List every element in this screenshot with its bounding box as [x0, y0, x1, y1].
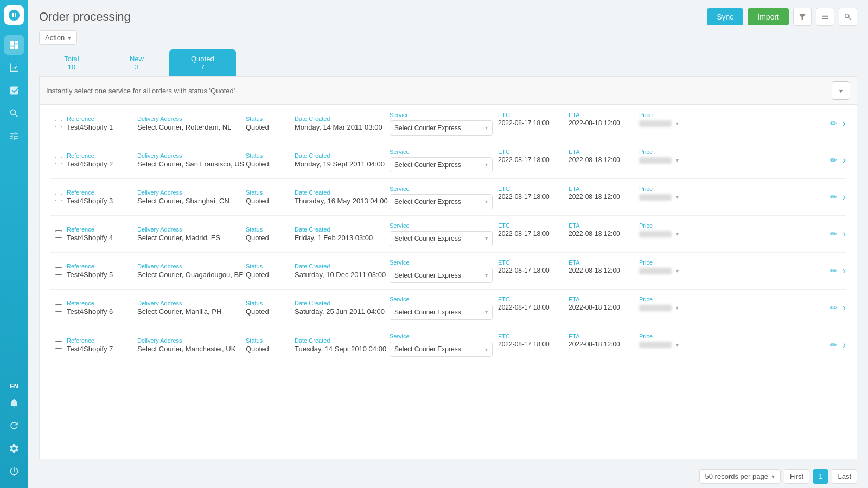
sidebar-power-icon[interactable]: [4, 461, 24, 481]
row-checkbox-5[interactable]: [55, 267, 62, 275]
detail-chevron-icon-6[interactable]: ›: [843, 302, 846, 313]
edit-icon-3[interactable]: ✏: [830, 192, 837, 202]
eta-col: ETA 2022-08-18 12:00: [563, 333, 634, 357]
date-col-3: Date Created Thursday, 16 May 2013 04:00: [295, 189, 390, 205]
tab-quoted-label: Quoted: [191, 55, 214, 63]
row-checkbox-4[interactable]: [55, 230, 62, 238]
ref-col-7: Reference Test4Shopify 7: [67, 337, 137, 353]
edit-icon-4[interactable]: ✏: [830, 229, 837, 239]
service-name-col: Service Select Courier Express ▾: [390, 296, 493, 320]
service-name-value: Select Courier Express: [394, 161, 461, 169]
ref-value: Test4Shopify 3: [67, 197, 137, 205]
actions-col-2: ✏ ›: [802, 155, 846, 166]
price-value: ▾: [639, 157, 802, 164]
date-label: Date Created: [295, 189, 390, 196]
row-checkbox-7[interactable]: [55, 341, 62, 349]
service-dropdown-6[interactable]: Select Courier Express ▾: [390, 305, 493, 320]
sidebar-item-search[interactable]: [4, 104, 24, 123]
service-dropdown-4[interactable]: Select Courier Express ▾: [390, 231, 493, 246]
sidebar-refresh-icon[interactable]: [4, 416, 24, 435]
pagination: 50 records per page First 1 Last: [28, 465, 868, 488]
app-logo[interactable]: [4, 5, 24, 25]
service-dropdown-1[interactable]: Select Courier Express ▾: [390, 120, 493, 136]
addr-col-7: Delivery Address Select Courier, Manches…: [137, 337, 246, 353]
service-name-col: Service Select Courier Express ▾: [390, 185, 493, 209]
addr-col-2: Delivery Address Select Courier, San Fra…: [137, 152, 246, 168]
eta-label: ETA: [569, 185, 634, 192]
detail-chevron-icon-2[interactable]: ›: [843, 155, 846, 166]
tab-new[interactable]: New 3: [104, 49, 169, 76]
status-label: Status: [246, 115, 295, 122]
tab-quoted[interactable]: Quoted 7: [169, 49, 236, 76]
tab-new-label: New: [126, 55, 148, 63]
action-label: Action: [45, 34, 65, 42]
price-label: Price: [639, 112, 802, 118]
sidebar-item-orders[interactable]: [4, 81, 24, 100]
filter-button[interactable]: [793, 8, 812, 26]
page-1-button[interactable]: 1: [813, 469, 828, 484]
row-checkbox-6[interactable]: [55, 304, 62, 312]
search-button[interactable]: [839, 8, 857, 26]
edit-icon-2[interactable]: ✏: [830, 155, 837, 165]
service-col-1: Service Select Courier Express ▾ ETC 202…: [390, 112, 802, 136]
eta-value: 2022-08-18 12:00: [569, 304, 634, 311]
etc-value: 2022-08-17 18:00: [498, 193, 563, 201]
price-value: ▾: [639, 194, 802, 201]
quoted-bar-dropdown[interactable]: [832, 81, 850, 100]
status-value: Quoted: [246, 197, 295, 205]
edit-icon-7[interactable]: ✏: [830, 340, 837, 350]
ref-col-1: Reference Test4Shopify 1: [67, 115, 137, 131]
date-value: Tuesday, 14 Sept 2010 04:00: [295, 345, 390, 353]
sidebar-gear-icon[interactable]: [4, 439, 24, 458]
service-dropdown-3[interactable]: Select Courier Express ▾: [390, 194, 493, 209]
etc-col: ETC 2022-08-17 18:00: [493, 149, 563, 172]
table-row: Reference Test4Shopify 2 Delivery Addres…: [50, 142, 846, 179]
ref-value: Test4Shopify 6: [67, 307, 137, 316]
page-last-button[interactable]: Last: [832, 469, 857, 484]
price-value: ▾: [639, 342, 802, 348]
language-label[interactable]: EN: [10, 383, 18, 389]
service-label: Service: [390, 185, 493, 192]
price-dropdown-chevron-icon: ▾: [676, 231, 679, 237]
service-dropdown-2[interactable]: Select Courier Express ▾: [390, 157, 493, 172]
detail-chevron-icon-7[interactable]: ›: [843, 339, 846, 351]
eta-value: 2022-08-18 12:00: [569, 156, 634, 164]
price-col: Price ▾: [634, 259, 802, 283]
status-value: Quoted: [246, 123, 295, 131]
sidebar-item-analytics[interactable]: [4, 58, 24, 78]
edit-icon-6[interactable]: ✏: [830, 303, 837, 313]
service-dropdown-chevron-icon: ▾: [485, 235, 488, 241]
eta-col: ETA 2022-08-18 12:00: [563, 296, 634, 320]
records-per-page-select[interactable]: 50 records per page: [699, 469, 781, 484]
price-col: Price ▾: [634, 185, 802, 209]
eta-col: ETA 2022-08-18 12:00: [563, 259, 634, 283]
service-dropdown-7[interactable]: Select Courier Express ▾: [390, 342, 493, 357]
row-checkbox-3[interactable]: [55, 194, 62, 201]
import-button[interactable]: Import: [748, 8, 789, 25]
date-col-7: Date Created Tuesday, 14 Sept 2010 04:00: [295, 337, 390, 353]
tab-total-count: 10: [61, 63, 82, 71]
addr-value: Select Courier, San Fransisco, US: [137, 160, 246, 168]
addr-label: Delivery Address: [137, 337, 246, 344]
detail-chevron-icon-4[interactable]: ›: [843, 228, 846, 240]
action-dropdown[interactable]: Action: [39, 30, 77, 45]
sidebar-item-dashboard[interactable]: [4, 35, 24, 55]
edit-icon-5[interactable]: ✏: [830, 266, 837, 276]
sync-button[interactable]: Sync: [707, 8, 743, 25]
row-checkbox-1[interactable]: [55, 120, 62, 127]
detail-chevron-icon-3[interactable]: ›: [843, 191, 846, 203]
tab-total[interactable]: Total 10: [39, 49, 104, 76]
page-title: Order processing: [39, 10, 131, 24]
service-dropdown-5[interactable]: Select Courier Express ▾: [390, 268, 493, 283]
columns-button[interactable]: [816, 8, 834, 26]
detail-chevron-icon-1[interactable]: ›: [843, 118, 846, 129]
detail-chevron-icon-5[interactable]: ›: [843, 265, 846, 277]
edit-icon-1[interactable]: ✏: [830, 118, 837, 129]
ref-label: Reference: [67, 226, 137, 233]
page-first-button[interactable]: First: [784, 469, 809, 484]
sidebar-bell-icon[interactable]: [4, 393, 24, 413]
service-col-7: Service Select Courier Express ▾ ETC 202…: [390, 333, 802, 357]
sidebar-item-settings[interactable]: [4, 126, 24, 146]
status-col-2: Status Quoted: [246, 152, 295, 168]
row-checkbox-2[interactable]: [55, 157, 62, 164]
